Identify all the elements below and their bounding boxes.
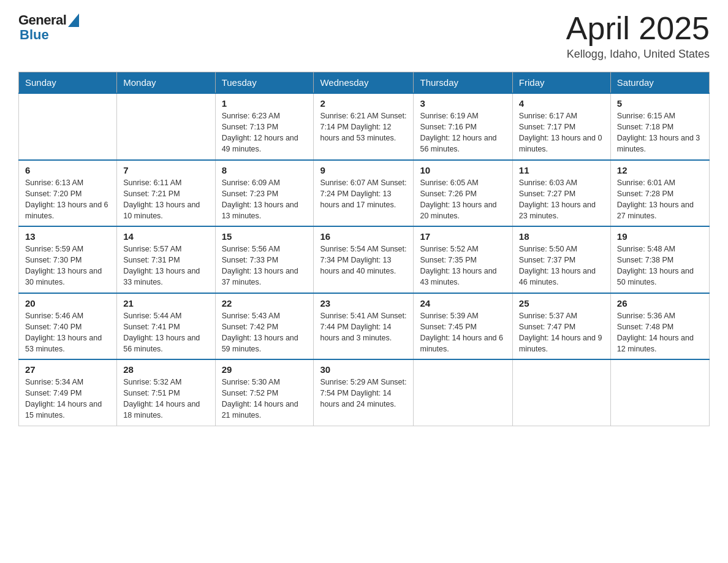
- table-row: 29Sunrise: 5:30 AM Sunset: 7:52 PM Dayli…: [215, 359, 314, 426]
- table-row: 21Sunrise: 5:44 AM Sunset: 7:41 PM Dayli…: [117, 293, 215, 360]
- day-number: 1: [222, 98, 308, 109]
- day-info: Sunrise: 5:57 AM Sunset: 7:31 PM Dayligh…: [123, 243, 208, 288]
- col-saturday: Saturday: [610, 72, 709, 94]
- day-info: Sunrise: 6:01 AM Sunset: 7:28 PM Dayligh…: [617, 177, 703, 222]
- col-friday: Friday: [512, 72, 610, 94]
- day-info: Sunrise: 6:07 AM Sunset: 7:24 PM Dayligh…: [320, 177, 407, 210]
- day-info: Sunrise: 6:03 AM Sunset: 7:27 PM Dayligh…: [519, 177, 604, 222]
- day-info: Sunrise: 5:56 AM Sunset: 7:33 PM Dayligh…: [222, 243, 308, 288]
- table-row: [19, 93, 117, 160]
- day-number: 4: [519, 98, 604, 109]
- calendar-header: Sunday Monday Tuesday Wednesday Thursday…: [19, 72, 710, 94]
- day-number: 27: [25, 364, 110, 375]
- day-number: 23: [320, 298, 407, 308]
- table-row: 30Sunrise: 5:29 AM Sunset: 7:54 PM Dayli…: [314, 359, 414, 426]
- table-row: [512, 359, 610, 426]
- table-row: 14Sunrise: 5:57 AM Sunset: 7:31 PM Dayli…: [117, 226, 215, 293]
- day-number: 29: [222, 364, 308, 375]
- calendar-week-row: 27Sunrise: 5:34 AM Sunset: 7:49 PM Dayli…: [19, 359, 710, 426]
- day-number: 18: [519, 231, 604, 242]
- day-info: Sunrise: 6:09 AM Sunset: 7:23 PM Dayligh…: [222, 177, 308, 222]
- day-number: 5: [617, 98, 703, 109]
- location-label: Kellogg, Idaho, United States: [566, 48, 710, 61]
- day-number: 26: [617, 298, 703, 308]
- title-section: April 2025 Kellogg, Idaho, United States: [566, 12, 710, 61]
- table-row: 19Sunrise: 5:48 AM Sunset: 7:38 PM Dayli…: [610, 226, 709, 293]
- logo-blue-text: Blue: [20, 27, 49, 43]
- table-row: 3Sunrise: 6:19 AM Sunset: 7:16 PM Daylig…: [414, 93, 512, 160]
- day-info: Sunrise: 6:05 AM Sunset: 7:26 PM Dayligh…: [420, 177, 506, 222]
- table-row: 15Sunrise: 5:56 AM Sunset: 7:33 PM Dayli…: [215, 226, 314, 293]
- table-row: 6Sunrise: 6:13 AM Sunset: 7:20 PM Daylig…: [19, 160, 117, 227]
- table-row: 5Sunrise: 6:15 AM Sunset: 7:18 PM Daylig…: [610, 93, 709, 160]
- table-row: 16Sunrise: 5:54 AM Sunset: 7:34 PM Dayli…: [314, 226, 414, 293]
- day-number: 11: [519, 165, 604, 175]
- table-row: 27Sunrise: 5:34 AM Sunset: 7:49 PM Dayli…: [19, 359, 117, 426]
- col-wednesday: Wednesday: [314, 72, 414, 94]
- day-info: Sunrise: 5:41 AM Sunset: 7:44 PM Dayligh…: [320, 310, 407, 343]
- day-info: Sunrise: 5:46 AM Sunset: 7:40 PM Dayligh…: [25, 310, 110, 355]
- day-info: Sunrise: 6:17 AM Sunset: 7:17 PM Dayligh…: [519, 110, 604, 155]
- day-info: Sunrise: 5:29 AM Sunset: 7:54 PM Dayligh…: [320, 377, 407, 410]
- table-row: [610, 359, 709, 426]
- table-row: 25Sunrise: 5:37 AM Sunset: 7:47 PM Dayli…: [512, 293, 610, 360]
- day-info: Sunrise: 5:34 AM Sunset: 7:49 PM Dayligh…: [25, 377, 110, 421]
- calendar-week-row: 20Sunrise: 5:46 AM Sunset: 7:40 PM Dayli…: [19, 293, 710, 360]
- day-info: Sunrise: 5:37 AM Sunset: 7:47 PM Dayligh…: [519, 310, 604, 355]
- day-info: Sunrise: 6:13 AM Sunset: 7:20 PM Dayligh…: [25, 177, 110, 222]
- day-info: Sunrise: 5:32 AM Sunset: 7:51 PM Dayligh…: [123, 377, 208, 421]
- logo-general-text: General: [18, 12, 66, 28]
- day-number: 30: [320, 364, 407, 375]
- svg-marker-0: [68, 13, 79, 27]
- calendar-week-row: 6Sunrise: 6:13 AM Sunset: 7:20 PM Daylig…: [19, 160, 710, 227]
- table-row: 2Sunrise: 6:21 AM Sunset: 7:14 PM Daylig…: [314, 93, 414, 160]
- table-row: 20Sunrise: 5:46 AM Sunset: 7:40 PM Dayli…: [19, 293, 117, 360]
- table-row: 23Sunrise: 5:41 AM Sunset: 7:44 PM Dayli…: [314, 293, 414, 360]
- table-row: 1Sunrise: 6:23 AM Sunset: 7:13 PM Daylig…: [215, 93, 314, 160]
- day-info: Sunrise: 5:36 AM Sunset: 7:48 PM Dayligh…: [617, 310, 703, 355]
- day-number: 16: [320, 231, 407, 242]
- day-number: 24: [420, 298, 506, 308]
- calendar-body: 1Sunrise: 6:23 AM Sunset: 7:13 PM Daylig…: [19, 93, 710, 426]
- day-info: Sunrise: 6:23 AM Sunset: 7:13 PM Dayligh…: [222, 110, 308, 155]
- page-title: April 2025: [566, 12, 710, 44]
- day-info: Sunrise: 6:21 AM Sunset: 7:14 PM Dayligh…: [320, 110, 407, 144]
- day-info: Sunrise: 6:11 AM Sunset: 7:21 PM Dayligh…: [123, 177, 208, 222]
- day-info: Sunrise: 5:59 AM Sunset: 7:30 PM Dayligh…: [25, 243, 110, 288]
- calendar-week-row: 1Sunrise: 6:23 AM Sunset: 7:13 PM Daylig…: [19, 93, 710, 160]
- day-number: 15: [222, 231, 308, 242]
- day-number: 17: [420, 231, 506, 242]
- day-info: Sunrise: 6:15 AM Sunset: 7:18 PM Dayligh…: [617, 110, 703, 155]
- table-row: 26Sunrise: 5:36 AM Sunset: 7:48 PM Dayli…: [610, 293, 709, 360]
- day-number: 12: [617, 165, 703, 175]
- day-number: 19: [617, 231, 703, 242]
- day-number: 2: [320, 98, 407, 109]
- calendar-header-row: Sunday Monday Tuesday Wednesday Thursday…: [19, 72, 710, 94]
- table-row: 18Sunrise: 5:50 AM Sunset: 7:37 PM Dayli…: [512, 226, 610, 293]
- table-row: 28Sunrise: 5:32 AM Sunset: 7:51 PM Dayli…: [117, 359, 215, 426]
- col-tuesday: Tuesday: [215, 72, 314, 94]
- day-number: 14: [123, 231, 208, 242]
- table-row: [117, 93, 215, 160]
- calendar-week-row: 13Sunrise: 5:59 AM Sunset: 7:30 PM Dayli…: [19, 226, 710, 293]
- table-row: 12Sunrise: 6:01 AM Sunset: 7:28 PM Dayli…: [610, 160, 709, 227]
- day-number: 28: [123, 364, 208, 375]
- table-row: 8Sunrise: 6:09 AM Sunset: 7:23 PM Daylig…: [215, 160, 314, 227]
- table-row: [414, 359, 512, 426]
- table-row: 22Sunrise: 5:43 AM Sunset: 7:42 PM Dayli…: [215, 293, 314, 360]
- table-row: 11Sunrise: 6:03 AM Sunset: 7:27 PM Dayli…: [512, 160, 610, 227]
- col-sunday: Sunday: [19, 72, 117, 94]
- day-number: 9: [320, 165, 407, 175]
- day-info: Sunrise: 5:39 AM Sunset: 7:45 PM Dayligh…: [420, 310, 506, 355]
- day-info: Sunrise: 5:54 AM Sunset: 7:34 PM Dayligh…: [320, 243, 407, 277]
- table-row: 4Sunrise: 6:17 AM Sunset: 7:17 PM Daylig…: [512, 93, 610, 160]
- day-info: Sunrise: 5:52 AM Sunset: 7:35 PM Dayligh…: [420, 243, 506, 288]
- table-row: 24Sunrise: 5:39 AM Sunset: 7:45 PM Dayli…: [414, 293, 512, 360]
- table-row: 10Sunrise: 6:05 AM Sunset: 7:26 PM Dayli…: [414, 160, 512, 227]
- day-info: Sunrise: 5:44 AM Sunset: 7:41 PM Dayligh…: [123, 310, 208, 355]
- table-row: 17Sunrise: 5:52 AM Sunset: 7:35 PM Dayli…: [414, 226, 512, 293]
- day-number: 25: [519, 298, 604, 308]
- day-info: Sunrise: 5:43 AM Sunset: 7:42 PM Dayligh…: [222, 310, 308, 355]
- day-number: 21: [123, 298, 208, 308]
- day-number: 22: [222, 298, 308, 308]
